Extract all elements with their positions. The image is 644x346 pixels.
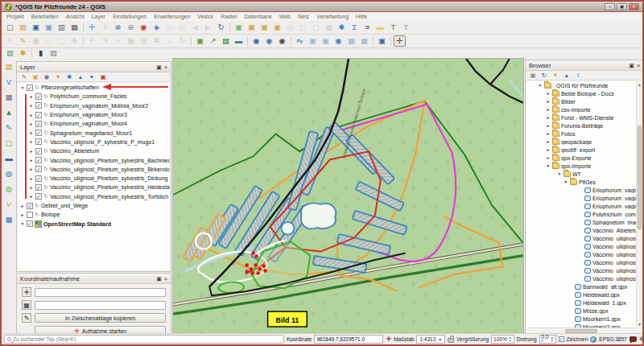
float-panel-icon[interactable]: ▣ (629, 62, 634, 69)
pan-to-selection-button[interactable]: ✛ (99, 22, 111, 33)
new-temporary-scratch-layer-button[interactable]: ▣ (271, 22, 283, 33)
advanced-digitizing-button[interactable]: ✱ (17, 47, 29, 59)
expand-arrow-icon[interactable]: ▾ (564, 179, 568, 184)
plugin-globe-button[interactable]: ◉ (332, 35, 345, 47)
digitize-polygon-button[interactable]: ◇ (43, 35, 55, 47)
locator-search[interactable] (4, 335, 284, 344)
save-project-button[interactable]: ▣ (30, 22, 42, 33)
scrollbar-thumb[interactable] (638, 126, 642, 229)
add-wms-layer-button[interactable]: ◍ (3, 168, 14, 179)
expand-arrow-icon[interactable]: ▸ (29, 122, 34, 126)
add-wcs-layer-button[interactable]: ◍ (3, 183, 14, 194)
menu-netz[interactable]: Netz (298, 14, 309, 19)
expand-arrow-icon[interactable]: ▸ (546, 115, 551, 120)
close-panel-icon[interactable]: × (164, 275, 167, 282)
datasource-manager-button[interactable]: ▤ (220, 35, 232, 47)
expand-arrow-icon[interactable]: ▸ (546, 99, 551, 104)
browser-item[interactable]: Sphagnetum_magellanici_Moor1.gpx (526, 218, 636, 226)
menu-ansicht[interactable]: Ansicht (66, 14, 85, 19)
expand-arrow-icon[interactable]: ▸ (29, 139, 34, 144)
plugin-builder-button[interactable]: ▣ (320, 35, 332, 47)
browser-item[interactable]: Eriophorum_vaginatum_Moor4.gpx (526, 202, 636, 210)
expand-arrow-icon[interactable]: ▸ (20, 212, 25, 217)
zoom-full-button[interactable]: ◈ (151, 22, 163, 33)
plugin-html-button[interactable]: ▣ (307, 35, 319, 47)
filter-legend-button[interactable]: ▼ (53, 72, 63, 81)
expand-arrow-icon[interactable]: ▸ (29, 185, 34, 190)
close-panel-icon[interactable]: × (164, 64, 167, 71)
menu-layer[interactable]: Layer (92, 14, 106, 19)
browser-item[interactable]: Misse.gpx (526, 307, 636, 315)
layer-tree-item[interactable]: ▾✓↻Pflanzengesellschaften (18, 83, 170, 92)
messages-icon[interactable] (630, 336, 637, 342)
copy-features-button[interactable]: ▣ (125, 35, 137, 47)
layer-tree-item[interactable]: ▸✓↻Vaccinio_uliginosi_Pinetum_sylvestris… (18, 155, 170, 164)
zoom-in-button[interactable]: ⊕ (112, 22, 124, 33)
close-panel-icon[interactable]: × (637, 62, 640, 69)
add-delimited-text-layer-button[interactable]: ✎ (3, 122, 14, 133)
expand-arrow-icon[interactable]: ▾ (20, 85, 25, 90)
crs-status[interactable]: EPSG:3857 (599, 336, 626, 342)
menu-hilfe[interactable]: Hilfe (356, 14, 367, 19)
new-print-layout-button[interactable]: ▥ (56, 22, 68, 33)
expand-arrow-icon[interactable]: ▾ (538, 83, 543, 88)
expand-arrow-icon[interactable]: ▸ (29, 103, 34, 108)
layer-tree-item[interactable]: ▸✓↻Vaccinio_uliginosi_Pinetum_sylvestris… (18, 183, 170, 192)
scroll-up-icon[interactable]: ▲ (637, 81, 642, 88)
expand-arrow-icon[interactable]: ▸ (29, 149, 34, 154)
add-group-button[interactable]: ▣ (31, 72, 40, 81)
add-record-button[interactable]: ▢ (56, 35, 68, 47)
new-spatialite-layer-button[interactable]: ▣ (258, 22, 270, 33)
metasearch-button[interactable]: ◉ (250, 35, 262, 47)
coordinate-capture-button[interactable]: ✛ (394, 35, 406, 47)
expand-arrow-icon[interactable]: ▸ (546, 147, 551, 152)
map-canvas[interactable]: Lindweg Bannwald Waldmoor-Torfstich Bild… (172, 58, 524, 336)
wms-search-button[interactable]: ◉ (263, 35, 275, 47)
menu-web[interactable]: Web (279, 14, 291, 19)
expand-arrow-icon[interactable]: ▾ (20, 221, 25, 226)
layer-tree-item[interactable]: ▸✓↻Eriophorum_vaginatum_Moor4 (18, 119, 170, 128)
refresh-map-button[interactable]: ↻ (215, 22, 227, 33)
layer-tree-item[interactable]: ▸✓↻Gebiet_und_Wege (18, 201, 170, 210)
zoom-next-button[interactable]: ▶ (202, 22, 214, 33)
browser-item[interactable]: Vaccinio_uliginosi_P_sylvestris_P_mugo1.… (526, 234, 636, 242)
layers-panel-titlebar[interactable]: Layer ▣ × (17, 62, 171, 72)
copy-to-clipboard-button[interactable]: In Zwischenablage kopieren (35, 313, 166, 323)
browser-item[interactable]: Vaccinio_uliginosi_Pinetum_sylvestris_Di… (526, 258, 636, 266)
menu-verarbeitung[interactable]: Verarbeitung (316, 14, 349, 19)
expand-arrow-icon[interactable]: ▸ (29, 158, 34, 163)
maximize-button[interactable]: ▣ (617, 3, 627, 10)
add-vector-layer-button[interactable]: V (3, 76, 14, 87)
gps-tools-button[interactable]: ▤ (4, 47, 16, 59)
browser-item[interactable]: ▸Forst - WMS-Dienste (526, 113, 636, 122)
pan-map-button[interactable]: ✛ (86, 22, 98, 33)
rotate-feature-button[interactable]: ↻ (176, 35, 188, 47)
layer-checkbox[interactable] (27, 212, 33, 218)
layer-checkbox[interactable]: ✓ (35, 121, 42, 127)
field-calculator-button[interactable]: ✱ (336, 22, 348, 33)
zoom-native-button[interactable]: ◉ (138, 22, 150, 33)
browser-item[interactable]: Polytrichum_commune_Fazies.gpx (526, 210, 636, 218)
magnifier-spinbox[interactable]: 100% ▲▼ (491, 335, 514, 344)
layer-tree-item[interactable]: ▸✓↻Vaccinio_uliginosi_P_sylvestris_P_mug… (18, 138, 170, 146)
save-layer-edits-button[interactable]: ▣ (30, 35, 42, 47)
browser-item[interactable]: ▸geotiff_export (526, 146, 636, 154)
grid-icon[interactable]: ▦ (22, 300, 31, 310)
layer-tree-item[interactable]: ▸✓↻Sphagnetum_magellanici_Moor1 (18, 128, 170, 137)
layer-tree-item[interactable]: ▸↻Biotope (18, 210, 170, 219)
menu-projekt[interactable]: Projekt (6, 14, 24, 19)
export-layer-button[interactable]: ↗ (207, 35, 219, 47)
python-console-button[interactable]: Py (294, 35, 306, 47)
remove-layer-button[interactable]: ▣ (98, 72, 108, 81)
browser-item[interactable]: ▾WT (526, 170, 636, 178)
collapse-all-button[interactable]: ▾ (87, 72, 97, 81)
menu-raster[interactable]: Raster (221, 14, 237, 19)
layout-manager-button[interactable]: ▦ (68, 22, 80, 33)
select-features-button[interactable]: ▢ (297, 22, 309, 33)
layer-checkbox[interactable]: ✓ (35, 138, 42, 145)
browser-vertical-scrollbar[interactable]: ▲ ▼ (636, 81, 642, 327)
new-virtual-layer-button[interactable]: ▣ (194, 35, 206, 47)
minimize-button[interactable]: ─ (605, 3, 615, 10)
zoom-to-layer-button[interactable]: ⊡ (176, 22, 188, 33)
coordinate-field-2[interactable] (35, 301, 166, 310)
